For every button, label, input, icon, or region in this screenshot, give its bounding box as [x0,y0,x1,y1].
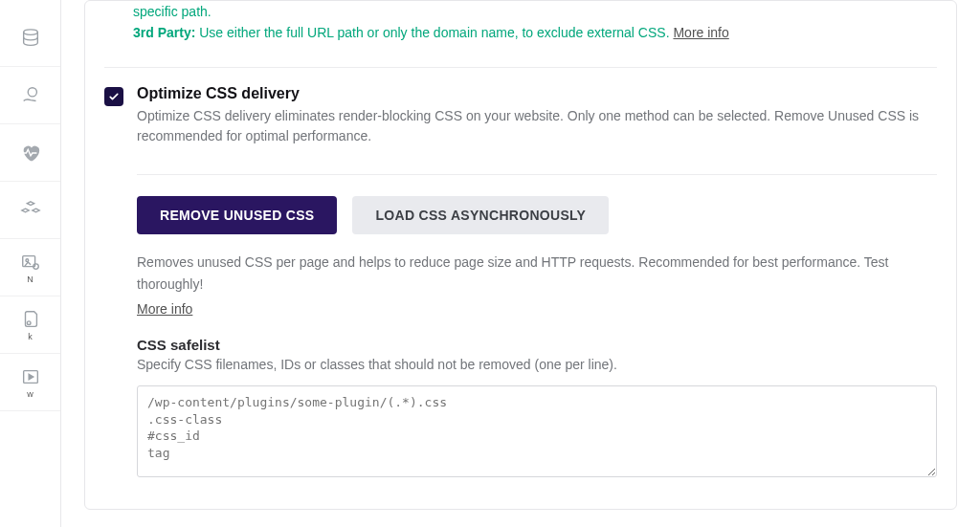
css-method-block: REMOVE UNUSED CSS LOAD CSS ASYNCHRONOUSL… [137,174,937,480]
sidebar-item-addons[interactable] [0,182,60,239]
optimize-css-description: Optimize CSS delivery eliminates render-… [137,106,937,147]
sidebar-item-tools[interactable]: k [0,296,60,354]
css-safelist-textarea[interactable] [137,385,937,477]
settings-panel: specific path. 3rd Party: Use either the… [84,0,957,510]
file-cog-icon [20,309,41,330]
sidebar: N k w [0,0,61,527]
sidebar-item-cdn[interactable] [0,67,60,124]
sidebar-item-tutorials[interactable]: w [0,354,60,411]
load-css-async-button[interactable]: LOAD CSS ASYNCHRONOUSLY [352,196,609,234]
image-cog-icon [20,252,41,273]
remove-unused-description: Removes unused CSS per page and helps to… [137,252,937,319]
css-method-buttons: REMOVE UNUSED CSS LOAD CSS ASYNCHRONOUSL… [137,196,937,234]
css-safelist-title: CSS safelist [137,337,937,353]
svg-point-0 [23,29,37,33]
play-icon [20,366,41,387]
intro-line1: specific path. [133,1,937,22]
check-icon [108,91,120,102]
database-icon [20,28,41,49]
sidebar-item-heartbeat[interactable] [0,124,60,182]
remove-unused-css-button[interactable]: REMOVE UNUSED CSS [137,196,337,234]
globe-hand-icon [20,85,41,106]
optimize-css-row: Optimize CSS delivery Optimize CSS deliv… [104,67,937,153]
boxes-icon [20,200,41,221]
optimize-css-checkbox[interactable] [104,87,123,106]
main-content: specific path. 3rd Party: Use either the… [61,0,980,527]
third-party-label: 3rd Party: [133,25,195,40]
css-safelist-description: Specify CSS filenames, IDs or classes th… [137,357,937,372]
remove-unused-text: Removes unused CSS per page and helps to… [137,254,888,291]
heartbeat-icon [20,143,41,164]
sidebar-item-image[interactable]: N [0,239,60,296]
more-info-link-remove[interactable]: More info [137,298,192,319]
svg-point-1 [28,87,36,96]
optimize-css-title: Optimize CSS delivery [137,85,937,102]
optimize-css-content: Optimize CSS delivery Optimize CSS deliv… [137,85,937,147]
third-party-text: Use either the full URL path or only the… [195,25,673,40]
intro-help-text: specific path. 3rd Party: Use either the… [104,1,937,54]
sidebar-item-database[interactable] [0,10,60,67]
more-info-link-intro[interactable]: More info [673,25,728,40]
svg-point-5 [27,320,31,324]
intro-line2: 3rd Party: Use either the full URL path … [133,22,937,43]
